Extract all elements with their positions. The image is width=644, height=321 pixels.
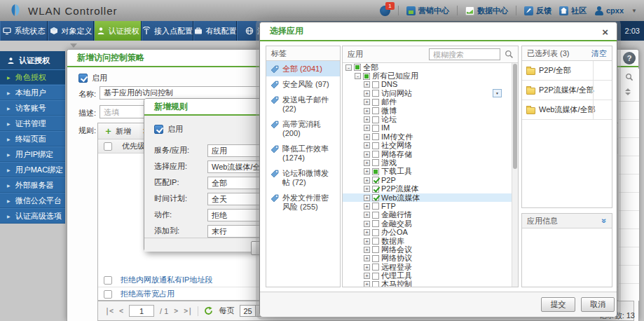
tree-checkbox[interactable] — [372, 90, 379, 97]
sidebar-item[interactable]: ▶ 用户IP绑定 — [0, 146, 65, 162]
tree-expander[interactable]: - — [355, 73, 361, 79]
tree-expander[interactable]: + — [364, 212, 370, 218]
sidebar-item[interactable]: ▶ 认证高级选项 — [0, 208, 65, 224]
tree-expander[interactable]: + — [364, 134, 370, 140]
tree-expander[interactable]: + — [364, 116, 370, 123]
tree-expander[interactable]: + — [364, 273, 370, 279]
tree-node[interactable]: + 数据库 ▼ — [343, 237, 512, 245]
tree-checkbox[interactable] — [372, 186, 379, 193]
tree-checkbox[interactable] — [372, 125, 379, 132]
tree-expander[interactable]: + — [364, 281, 370, 287]
tree-node[interactable]: + 邮件 ▼ — [343, 98, 512, 107]
tree-checkbox[interactable] — [372, 107, 379, 114]
tree-expander[interactable]: + — [364, 160, 370, 166]
tree-expander[interactable]: + — [364, 186, 370, 192]
tree-node[interactable]: + 游戏 ▼ — [343, 158, 512, 167]
tree-checkbox[interactable] — [372, 203, 379, 210]
tree-expander[interactable]: + — [364, 81, 370, 88]
add-rule-button[interactable]: ＋ 新增 — [104, 125, 131, 137]
tree-node[interactable]: + 论坛 ▼ — [343, 115, 512, 123]
tree-node[interactable]: + 社交网络 ▼ — [343, 142, 512, 150]
select-all-checkbox[interactable] — [104, 142, 112, 151]
tree-checkbox[interactable] — [372, 151, 379, 158]
dropdown-button[interactable]: ▼ — [493, 89, 502, 97]
tag-item[interactable]: 高带宽消耗 (200) — [266, 116, 340, 141]
rule-enable-checkbox[interactable] — [154, 125, 163, 134]
tree-node[interactable]: + IM ▼ — [343, 124, 512, 132]
user-menu[interactable]: cpxx — [594, 6, 624, 15]
tree-node[interactable]: + FTP ▼ — [343, 202, 512, 210]
first-page-button[interactable]: |< — [105, 307, 114, 315]
tree-checkbox[interactable] — [372, 281, 379, 287]
row-checkbox[interactable] — [104, 290, 112, 299]
tree-checkbox[interactable] — [372, 273, 379, 280]
tree-node[interactable]: + DNS ▼ — [343, 81, 512, 89]
tag-item[interactable]: 安全风险 (97) — [266, 76, 340, 92]
tree-node[interactable]: + 网络协议 ▼ — [343, 254, 512, 263]
nav-ap-config[interactable]: 接入点配置 — [142, 21, 193, 41]
sidebar-item[interactable]: ▶ 本地用户 — [0, 85, 65, 100]
sidebar-item[interactable]: ▶ 证书管理 — [0, 116, 65, 131]
tree-checkbox[interactable] — [372, 212, 379, 219]
sidebar-item[interactable]: ▶ 外部服务器 — [0, 177, 65, 193]
collapse-chevron-icon[interactable]: » — [600, 219, 610, 224]
sidebar-item[interactable]: ▶ 终端页面 — [0, 131, 65, 146]
next-page-button[interactable]: > — [174, 307, 178, 315]
tree-expander[interactable]: - — [345, 64, 352, 71]
tree-checkbox[interactable] — [372, 99, 379, 106]
tag-item[interactable]: 全部 (2041) — [266, 61, 340, 76]
prev-page-button[interactable]: < — [119, 307, 123, 315]
tree-expander[interactable]: + — [364, 151, 370, 158]
notification-bell-icon[interactable]: 1 — [380, 6, 390, 16]
tree-node[interactable]: + P2P流媒体 ▼ — [343, 184, 512, 193]
panel-collapse-handle[interactable] — [70, 43, 77, 48]
tree-checkbox[interactable] — [372, 142, 379, 149]
help-button[interactable]: ? — [623, 52, 636, 64]
nav-object-definition[interactable]: 对象定义 — [48, 21, 94, 41]
nav-auth[interactable]: 认证授权 — [94, 21, 142, 41]
sidebar-item[interactable]: ▶ 角色授权 — [0, 69, 65, 85]
tag-item[interactable]: 论坛和微博发帖 (72) — [266, 165, 340, 190]
tree-checkbox[interactable] — [372, 220, 379, 227]
tree-node[interactable]: + IM传文件 ▼ — [343, 132, 512, 141]
scrollbar-thumb[interactable] — [513, 64, 517, 169]
community-link[interactable]: 社区 — [559, 6, 587, 16]
tree-checkbox[interactable] — [354, 64, 361, 71]
tree-expander[interactable]: + — [364, 238, 370, 245]
marketing-center-link[interactable]: 营销中心 — [406, 6, 449, 16]
tree-expander[interactable]: + — [364, 195, 370, 201]
last-page-button[interactable]: >| — [184, 307, 192, 315]
tree-checkbox[interactable] — [372, 81, 379, 88]
tree-node[interactable]: + 访问网站 ▼ — [343, 89, 512, 97]
sidebar-item[interactable]: ▶ 用户MAC绑定 — [0, 162, 65, 177]
selected-item[interactable]: Web流媒体/全部 — [522, 100, 612, 120]
tree-expander[interactable]: + — [364, 247, 370, 253]
tree-checkbox[interactable] — [372, 194, 379, 201]
tree-expander[interactable]: + — [364, 99, 370, 105]
tag-item[interactable]: 外发文件泄密风险 (255) — [266, 190, 340, 214]
tag-item[interactable]: 发送电子邮件 (22) — [266, 92, 340, 116]
row-checkbox[interactable] — [104, 276, 112, 285]
tree-node[interactable]: + 办公OA ▼ — [343, 228, 512, 236]
tree-node[interactable]: + 木马控制 ▼ — [343, 280, 512, 287]
tree-node[interactable]: + 远程登录 ▼ — [343, 263, 512, 271]
tree-node[interactable]: + 代理工具 ▼ — [343, 271, 512, 280]
tree-expander[interactable]: + — [364, 177, 370, 184]
tree-scrollbar[interactable] — [512, 63, 518, 287]
tree-checkbox[interactable] — [363, 73, 370, 80]
nav-system-status[interactable]: 系统状态 — [0, 21, 48, 41]
tree-node[interactable]: + P2P ▼ — [343, 176, 512, 184]
tree-checkbox[interactable] — [372, 238, 379, 245]
sidebar-item[interactable]: ▶ 访客账号 — [0, 100, 65, 116]
tree-node[interactable]: - 全部 ▼ — [343, 63, 512, 71]
clear-link[interactable]: 清空 — [591, 48, 607, 59]
tree-node[interactable]: + 网络存储 ▼ — [343, 150, 512, 158]
tag-item[interactable]: 降低工作效率 (1274) — [266, 141, 340, 165]
close-icon[interactable]: × — [602, 26, 608, 38]
rule-name-link[interactable]: 拒绝高带宽占用 — [121, 289, 174, 299]
search-icon[interactable] — [505, 50, 514, 60]
tree-checkbox[interactable] — [372, 116, 379, 123]
tree-node[interactable]: + 金融交易 ▼ — [343, 219, 512, 228]
search-icon[interactable] — [625, 73, 633, 83]
tree-expander[interactable]: + — [364, 142, 370, 149]
